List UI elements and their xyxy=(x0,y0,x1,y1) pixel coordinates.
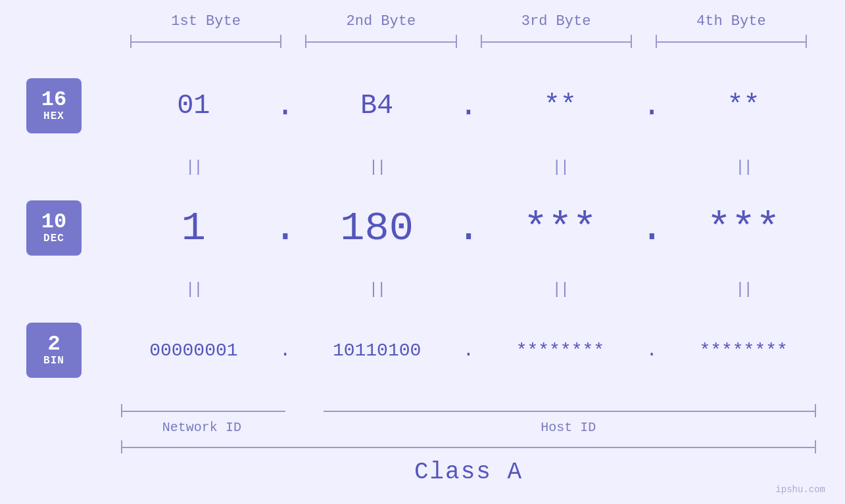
equals2-b2: || xyxy=(302,281,452,298)
class-a-label: Class A xyxy=(414,459,523,486)
equals1-b4: || xyxy=(668,158,819,176)
bracket-byte3 xyxy=(474,35,639,48)
bin-badge-label: BIN xyxy=(43,355,64,367)
footer-text: ipshu.com xyxy=(775,484,825,495)
equals1-b1: || xyxy=(118,158,269,176)
bin-dot2: . xyxy=(452,340,485,361)
dec-dot2: . xyxy=(452,205,485,252)
hex-dot1: . xyxy=(269,88,302,124)
bin-byte2: 10110100 xyxy=(302,340,452,361)
network-id-bracket xyxy=(121,404,285,417)
bin-byte4: ******** xyxy=(668,340,819,361)
dec-badge: 10 DEC xyxy=(26,200,82,256)
bin-badge: 2 BIN xyxy=(26,323,82,378)
bracket-byte4 xyxy=(649,35,813,48)
bracket-byte1 xyxy=(124,35,288,48)
equals2-b4: || xyxy=(668,281,819,298)
equals2-b1: || xyxy=(118,281,269,298)
bracket-byte2 xyxy=(299,35,463,48)
hex-dot2: . xyxy=(452,88,485,124)
byte4-header: 4th Byte xyxy=(644,13,819,35)
hex-byte4: ** xyxy=(668,90,819,122)
bin-dot3: . xyxy=(635,340,668,361)
bin-dot1: . xyxy=(269,340,302,361)
hex-badge-number: 16 xyxy=(41,89,66,110)
host-id-label: Host ID xyxy=(318,420,819,435)
class-a-bracket xyxy=(121,440,816,453)
dec-byte3: *** xyxy=(485,205,636,252)
hex-dot3: . xyxy=(635,88,668,124)
hex-badge: 16 HEX xyxy=(26,78,82,133)
host-id-bracket xyxy=(324,404,816,417)
dec-byte2: 180 xyxy=(302,205,452,252)
hex-byte1: 01 xyxy=(118,90,269,122)
bin-byte3: ******** xyxy=(485,340,636,361)
dec-byte1: 1 xyxy=(118,205,269,252)
dec-dot3: . xyxy=(635,205,668,252)
hex-byte2: B4 xyxy=(302,90,452,122)
equals1-b3: || xyxy=(485,158,636,176)
hex-badge-label: HEX xyxy=(43,110,64,122)
equals2-b3: || xyxy=(485,281,636,298)
equals1-b2: || xyxy=(302,158,452,176)
byte2-header: 2nd Byte xyxy=(293,13,468,35)
dec-dot1: . xyxy=(269,205,302,252)
byte3-header: 3rd Byte xyxy=(469,13,644,35)
dec-badge-label: DEC xyxy=(43,233,64,244)
dec-byte4: *** xyxy=(668,205,819,252)
bin-byte1: 00000001 xyxy=(118,340,269,361)
bin-badge-number: 2 xyxy=(47,334,60,355)
dec-badge-number: 10 xyxy=(41,212,66,233)
network-id-label: Network ID xyxy=(118,420,285,435)
hex-byte3: ** xyxy=(485,90,636,122)
byte1-header: 1st Byte xyxy=(118,13,293,35)
